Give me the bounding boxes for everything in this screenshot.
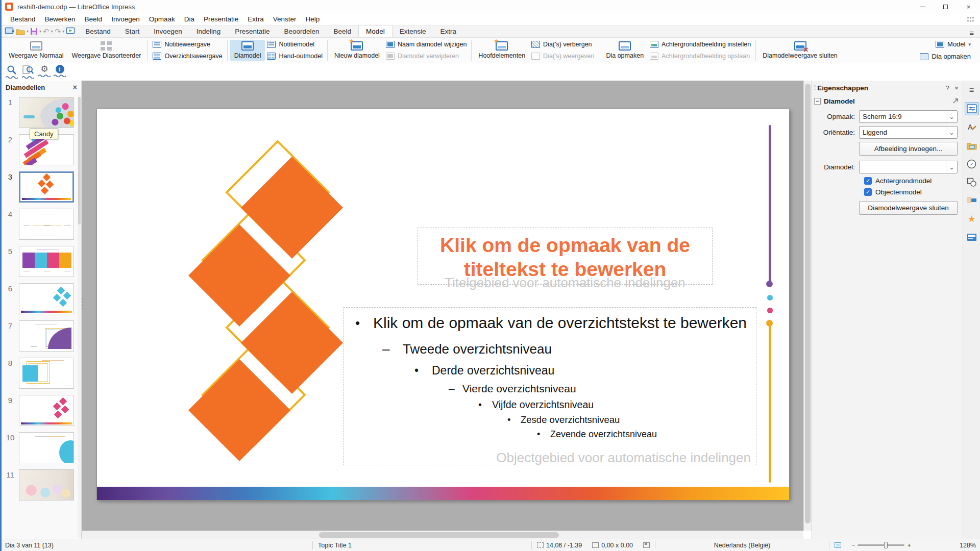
- set-background-button[interactable]: Achtergrondafbeelding instellen: [648, 40, 753, 48]
- chevron-down-icon[interactable]: ⌄: [946, 111, 957, 122]
- slide-panel-close-icon[interactable]: ×: [73, 83, 77, 91]
- tab-start[interactable]: Start: [118, 26, 147, 37]
- sidebar-tab-gallery[interactable]: [965, 139, 979, 152]
- zoom-out-icon[interactable]: −: [851, 542, 855, 549]
- info-tool[interactable]: i: [54, 65, 66, 77]
- master-elements-button[interactable]: Hoofdelementen: [474, 40, 529, 61]
- slide-thumbnail-9[interactable]: 9: [2, 395, 82, 429]
- hide-slides-button[interactable]: Dia('s) verbergen: [529, 40, 596, 48]
- zoom-pan-tool[interactable]: [22, 65, 34, 79]
- zoom-slider[interactable]: − +: [846, 539, 916, 551]
- collapse-icon[interactable]: −: [814, 98, 821, 105]
- left-pane-splitter[interactable]: [81, 286, 84, 321]
- tab-beeld[interactable]: Beeld: [327, 26, 359, 37]
- slide-thumbnail-5[interactable]: 5: [2, 246, 82, 280]
- tab-beoordelen[interactable]: Beoordelen: [277, 26, 326, 37]
- object-size[interactable]: 0,00 x 0,00: [587, 539, 638, 551]
- save-dropdown-icon[interactable]: ▾: [39, 29, 41, 34]
- sidebar-tab-shapes[interactable]: [965, 176, 979, 189]
- outline-view-button[interactable]: Overzichtsweergave: [151, 52, 224, 60]
- tab-extensie[interactable]: Extensie: [393, 26, 433, 37]
- tab-presentatie[interactable]: Presentatie: [228, 26, 277, 37]
- chevron-down-icon[interactable]: ⌄: [946, 127, 957, 138]
- slide-thumbnail-7[interactable]: 7: [2, 320, 82, 354]
- tab-model[interactable]: Model: [358, 25, 393, 37]
- sidebar-tab-master-slides[interactable]: [965, 231, 979, 244]
- slide-thumbnail-3-selected[interactable]: 3: [2, 171, 82, 205]
- orientation-select[interactable]: Liggend ⌄: [859, 126, 958, 139]
- menu-help[interactable]: Help: [301, 14, 325, 24]
- close-button[interactable]: ×: [957, 0, 980, 13]
- slide-master-button[interactable]: Diamodel: [230, 40, 265, 61]
- zoom-tool[interactable]: [6, 65, 18, 79]
- background-master-row[interactable]: ✓ Achtergrondmodel: [864, 177, 963, 185]
- menu-bestand[interactable]: Bestand: [6, 14, 40, 24]
- fit-slide-button[interactable]: [829, 539, 846, 551]
- slide-properties-right-button[interactable]: Dia opmaken: [918, 52, 973, 61]
- tab-invoegen[interactable]: Invoegen: [146, 26, 189, 37]
- close-panel-icon[interactable]: ×: [954, 84, 959, 92]
- outline-placeholder[interactable]: •Klik om de opmaak van de overzichtsteks…: [344, 307, 756, 465]
- insert-image-button[interactable]: Afbeelding invoegen...: [859, 142, 958, 156]
- rename-master-button[interactable]: Naam diamodel wijzigen: [384, 40, 469, 48]
- zoom-thumb[interactable]: [884, 542, 888, 548]
- checkbox-checked-icon[interactable]: ✓: [864, 177, 872, 185]
- sidebar-tab-properties[interactable]: [965, 102, 979, 115]
- slide-thumbnail-8[interactable]: 8: [2, 358, 82, 391]
- cursor-position[interactable]: 14,06 / -1,39: [532, 539, 587, 551]
- tab-indeling[interactable]: Indeling: [189, 26, 228, 37]
- slide-thumbnail-10[interactable]: 10: [2, 432, 82, 466]
- menu-dia[interactable]: Dia: [180, 14, 199, 24]
- menu-extra[interactable]: Extra: [243, 14, 268, 24]
- section-diamodel[interactable]: − Diamodel: [812, 95, 963, 107]
- vertical-scrollbar[interactable]: [803, 81, 812, 531]
- new-master-button[interactable]: Nieuw diamodel: [330, 40, 384, 61]
- master-select[interactable]: ⌄: [859, 161, 958, 173]
- new-presentation-icon[interactable]: [5, 27, 15, 35]
- minimize-button[interactable]: [911, 0, 934, 13]
- sidebar-tab-navigator[interactable]: [965, 157, 979, 170]
- undo-icon[interactable]: ↶: [43, 28, 50, 35]
- chevron-down-icon[interactable]: ⌄: [946, 161, 957, 173]
- slide-thumbnail-6[interactable]: 6: [2, 283, 82, 317]
- zoom-track[interactable]: [857, 544, 904, 546]
- view-sorter-button[interactable]: Weergave Diasorteerder: [67, 40, 145, 61]
- slide-thumbnail-4[interactable]: 4: [2, 209, 82, 242]
- handout-master-button[interactable]: Hand-outmodel: [265, 52, 324, 60]
- model-menu-button[interactable]: Model ▾: [934, 40, 973, 48]
- menu-invoegen[interactable]: Invoegen: [107, 14, 144, 24]
- notebookbar-menu-icon[interactable]: ≡: [969, 29, 974, 37]
- tab-bestand[interactable]: Bestand: [78, 26, 118, 37]
- redo-dropdown-icon[interactable]: ▾: [62, 29, 64, 34]
- sidebar-tab-character[interactable]: A: [965, 120, 979, 134]
- start-slideshow-icon[interactable]: [66, 27, 76, 35]
- view-normal-button[interactable]: Weergave Normaal: [5, 40, 67, 61]
- close-master-view-button[interactable]: Diamodelweergave sluiten: [758, 40, 842, 61]
- sidebar-tab-animation[interactable]: [965, 194, 979, 207]
- slide-properties-button[interactable]: Dia opmaken: [602, 40, 648, 61]
- notes-view-button[interactable]: Notitieweergave: [151, 40, 224, 48]
- language-status[interactable]: Nederlands (België): [655, 539, 829, 551]
- menu-venster[interactable]: Venster: [268, 14, 301, 24]
- menu-beeld[interactable]: Beeld: [80, 14, 107, 24]
- menu-opmaak[interactable]: Opmaak: [144, 14, 180, 24]
- open-dropdown-icon[interactable]: ▾: [27, 29, 29, 34]
- checkbox-checked-icon[interactable]: ✓: [864, 188, 872, 196]
- sidebar-menu-button[interactable]: ≡: [965, 84, 979, 97]
- format-select[interactable]: Scherm 16:9 ⌄: [859, 110, 958, 123]
- zoom-level[interactable]: 128%: [954, 539, 980, 551]
- slide-thumbnail-1[interactable]: 1: [2, 97, 82, 131]
- objects-master-row[interactable]: ✓ Objectenmodel: [864, 188, 963, 196]
- slide-thumbnail-11[interactable]: 11: [2, 469, 82, 503]
- menu-bewerken[interactable]: Bewerken: [40, 14, 80, 24]
- title-placeholder[interactable]: Klik om de opmaak van de titeltekst te b…: [418, 228, 713, 285]
- save-icon[interactable]: [30, 28, 38, 35]
- settings-tool[interactable]: ⚙: [38, 65, 51, 77]
- document-modified[interactable]: [638, 539, 655, 551]
- undo-dropdown-icon[interactable]: ▾: [51, 29, 53, 34]
- sidebar-tab-effects[interactable]: ★: [965, 212, 979, 226]
- dock-dialog-icon[interactable]: [952, 98, 959, 104]
- notes-master-button[interactable]: Notitiemodel: [265, 40, 324, 48]
- close-master-view-panel-button[interactable]: Diamodelweergave sluiten: [859, 201, 958, 215]
- zoom-in-icon[interactable]: +: [907, 542, 911, 549]
